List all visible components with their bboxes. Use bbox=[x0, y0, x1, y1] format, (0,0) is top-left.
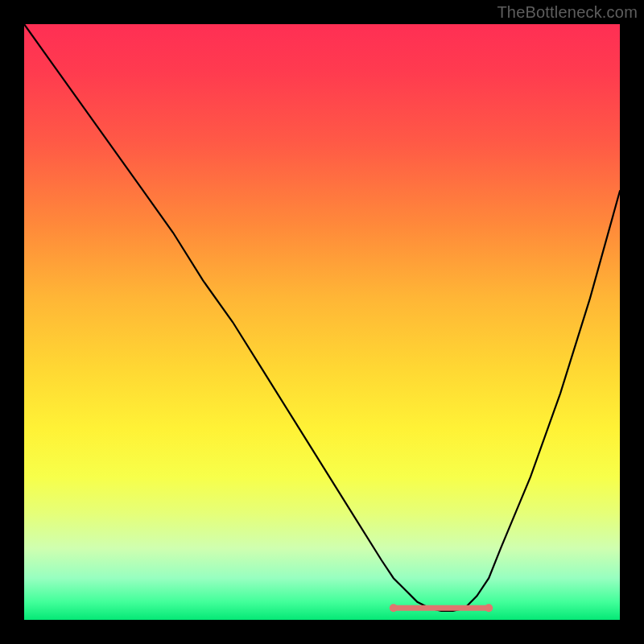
minimum-zone-start-dot bbox=[390, 604, 398, 612]
bottleneck-curve bbox=[24, 24, 620, 611]
minimum-zone-end-dot bbox=[485, 604, 493, 612]
curve-layer bbox=[24, 24, 620, 620]
plot-area bbox=[24, 24, 620, 620]
chart-frame: TheBottleneck.com bbox=[0, 0, 644, 644]
watermark-text: TheBottleneck.com bbox=[497, 3, 638, 22]
